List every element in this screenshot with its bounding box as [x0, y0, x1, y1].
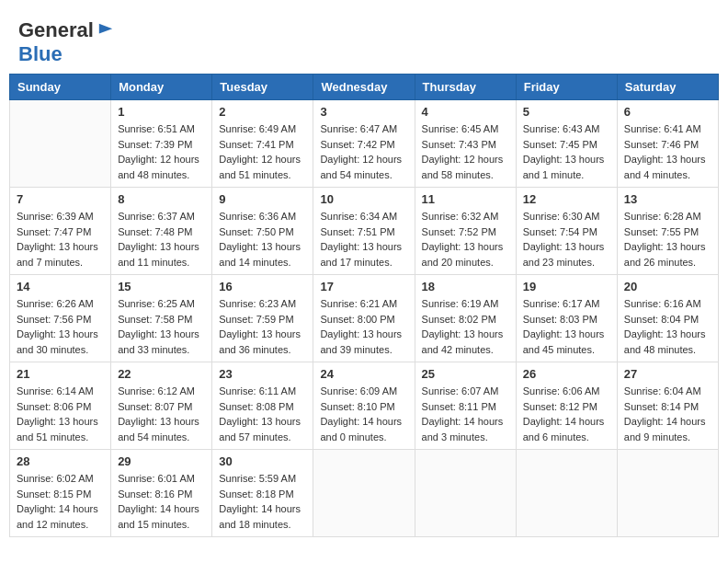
day-number: 21	[17, 367, 104, 381]
day-number: 5	[523, 105, 610, 119]
day-cell: 13Sunrise: 6:28 AMSunset: 7:55 PMDayligh…	[617, 188, 718, 275]
cell-content: Sunrise: 6:39 AMSunset: 7:47 PMDaylight:…	[17, 209, 104, 270]
day-cell: 6Sunrise: 6:41 AMSunset: 7:46 PMDaylight…	[617, 100, 718, 188]
cell-content: Sunrise: 6:21 AMSunset: 8:00 PMDaylight:…	[320, 296, 407, 357]
day-cell: 23Sunrise: 6:11 AMSunset: 8:08 PMDayligh…	[212, 362, 313, 450]
day-cell: 16Sunrise: 6:23 AMSunset: 7:59 PMDayligh…	[212, 275, 313, 362]
header: General Blue	[9, 9, 719, 74]
cell-content: Sunrise: 6:09 AMSunset: 8:10 PMDaylight:…	[320, 384, 407, 444]
day-cell: 7Sunrise: 6:39 AMSunset: 7:47 PMDaylight…	[10, 188, 111, 275]
day-number: 10	[320, 192, 407, 206]
cell-content: Sunrise: 6:25 AMSunset: 7:58 PMDaylight:…	[118, 296, 205, 357]
cell-content: Sunrise: 6:06 AMSunset: 8:12 PMDaylight:…	[523, 384, 610, 444]
day-number: 27	[624, 367, 711, 381]
day-number: 14	[17, 280, 104, 293]
day-number: 25	[422, 367, 509, 381]
cell-content: Sunrise: 6:49 AMSunset: 7:41 PMDaylight:…	[219, 121, 306, 182]
day-cell: 11Sunrise: 6:32 AMSunset: 7:52 PMDayligh…	[415, 188, 516, 275]
day-cell: 14Sunrise: 6:26 AMSunset: 7:56 PMDayligh…	[10, 275, 111, 362]
col-header-friday: Friday	[516, 75, 617, 100]
day-cell: 22Sunrise: 6:12 AMSunset: 8:07 PMDayligh…	[111, 362, 212, 450]
cell-content: Sunrise: 6:51 AMSunset: 7:39 PMDaylight:…	[118, 121, 205, 182]
day-cell: 8Sunrise: 6:37 AMSunset: 7:48 PMDaylight…	[111, 188, 212, 275]
day-number: 18	[422, 280, 509, 293]
cell-content: Sunrise: 6:41 AMSunset: 7:46 PMDaylight:…	[624, 121, 711, 182]
day-cell: 20Sunrise: 6:16 AMSunset: 8:04 PMDayligh…	[617, 275, 718, 362]
cell-content: Sunrise: 6:07 AMSunset: 8:11 PMDaylight:…	[422, 384, 509, 444]
svg-marker-0	[99, 24, 112, 34]
day-cell: 19Sunrise: 6:17 AMSunset: 8:03 PMDayligh…	[516, 275, 617, 362]
col-header-sunday: Sunday	[10, 75, 111, 100]
week-row-2: 7Sunrise: 6:39 AMSunset: 7:47 PMDaylight…	[10, 188, 719, 275]
cell-content: Sunrise: 6:28 AMSunset: 7:55 PMDaylight:…	[624, 209, 711, 270]
cell-content: Sunrise: 6:19 AMSunset: 8:02 PMDaylight:…	[422, 296, 509, 357]
week-row-4: 21Sunrise: 6:14 AMSunset: 8:06 PMDayligh…	[10, 362, 719, 450]
calendar-table: SundayMondayTuesdayWednesdayThursdayFrid…	[9, 74, 719, 537]
day-number: 24	[320, 367, 407, 381]
day-cell: 17Sunrise: 6:21 AMSunset: 8:00 PMDayligh…	[313, 275, 415, 362]
day-cell: 21Sunrise: 6:14 AMSunset: 8:06 PMDayligh…	[10, 362, 111, 450]
day-number: 2	[219, 105, 306, 119]
cell-content: Sunrise: 6:23 AMSunset: 7:59 PMDaylight:…	[219, 296, 306, 357]
day-cell: 9Sunrise: 6:36 AMSunset: 7:50 PMDaylight…	[212, 188, 313, 275]
day-number: 3	[320, 105, 407, 119]
day-number: 13	[624, 192, 711, 206]
day-cell: 2Sunrise: 6:49 AMSunset: 7:41 PMDaylight…	[212, 100, 313, 188]
day-number: 23	[219, 367, 306, 381]
day-number: 7	[17, 192, 104, 206]
day-cell: 24Sunrise: 6:09 AMSunset: 8:10 PMDayligh…	[313, 362, 415, 450]
day-cell: 28Sunrise: 6:02 AMSunset: 8:15 PMDayligh…	[10, 450, 111, 537]
col-header-tuesday: Tuesday	[212, 75, 313, 100]
cell-content: Sunrise: 6:11 AMSunset: 8:08 PMDaylight:…	[219, 384, 306, 444]
col-header-thursday: Thursday	[415, 75, 516, 100]
day-cell: 15Sunrise: 6:25 AMSunset: 7:58 PMDayligh…	[111, 275, 212, 362]
cell-content: Sunrise: 6:34 AMSunset: 7:51 PMDaylight:…	[320, 209, 407, 270]
cell-content: Sunrise: 5:59 AMSunset: 8:18 PMDaylight:…	[219, 471, 306, 532]
cell-content: Sunrise: 6:47 AMSunset: 7:42 PMDaylight:…	[320, 121, 407, 182]
header-row: SundayMondayTuesdayWednesdayThursdayFrid…	[10, 75, 719, 100]
cell-content: Sunrise: 6:02 AMSunset: 8:15 PMDaylight:…	[17, 471, 104, 532]
day-number: 26	[523, 367, 610, 381]
day-cell	[617, 450, 718, 537]
cell-content: Sunrise: 6:32 AMSunset: 7:52 PMDaylight:…	[422, 209, 509, 270]
day-number: 28	[17, 454, 104, 468]
day-cell: 10Sunrise: 6:34 AMSunset: 7:51 PMDayligh…	[313, 188, 415, 275]
day-cell: 5Sunrise: 6:43 AMSunset: 7:45 PMDaylight…	[516, 100, 617, 188]
week-row-3: 14Sunrise: 6:26 AMSunset: 7:56 PMDayligh…	[10, 275, 719, 362]
day-number: 12	[523, 192, 610, 206]
cell-content: Sunrise: 6:01 AMSunset: 8:16 PMDaylight:…	[118, 471, 205, 532]
day-cell: 12Sunrise: 6:30 AMSunset: 7:54 PMDayligh…	[516, 188, 617, 275]
day-number: 6	[624, 105, 711, 119]
day-number: 4	[422, 105, 509, 119]
logo: General Blue	[18, 18, 114, 66]
day-number: 1	[118, 105, 205, 119]
cell-content: Sunrise: 6:26 AMSunset: 7:56 PMDaylight:…	[17, 296, 104, 357]
day-number: 8	[118, 192, 205, 206]
cell-content: Sunrise: 6:16 AMSunset: 8:04 PMDaylight:…	[624, 296, 711, 357]
cell-content: Sunrise: 6:04 AMSunset: 8:14 PMDaylight:…	[624, 384, 711, 444]
day-number: 9	[219, 192, 306, 206]
day-cell	[415, 450, 516, 537]
day-cell: 29Sunrise: 6:01 AMSunset: 8:16 PMDayligh…	[111, 450, 212, 537]
day-number: 16	[219, 280, 306, 293]
cell-content: Sunrise: 6:36 AMSunset: 7:50 PMDaylight:…	[219, 209, 306, 270]
day-cell: 27Sunrise: 6:04 AMSunset: 8:14 PMDayligh…	[617, 362, 718, 450]
day-cell: 4Sunrise: 6:45 AMSunset: 7:43 PMDaylight…	[415, 100, 516, 188]
week-row-1: 1Sunrise: 6:51 AMSunset: 7:39 PMDaylight…	[10, 100, 719, 188]
calendar-header: SundayMondayTuesdayWednesdayThursdayFrid…	[10, 75, 719, 100]
cell-content: Sunrise: 6:17 AMSunset: 8:03 PMDaylight:…	[523, 296, 610, 357]
calendar-body: 1Sunrise: 6:51 AMSunset: 7:39 PMDaylight…	[10, 100, 719, 537]
col-header-wednesday: Wednesday	[313, 75, 415, 100]
day-cell: 26Sunrise: 6:06 AMSunset: 8:12 PMDayligh…	[516, 362, 617, 450]
cell-content: Sunrise: 6:37 AMSunset: 7:48 PMDaylight:…	[118, 209, 205, 270]
day-cell	[10, 100, 111, 188]
cell-content: Sunrise: 6:30 AMSunset: 7:54 PMDaylight:…	[523, 209, 610, 270]
day-cell: 1Sunrise: 6:51 AMSunset: 7:39 PMDaylight…	[111, 100, 212, 188]
day-cell: 18Sunrise: 6:19 AMSunset: 8:02 PMDayligh…	[415, 275, 516, 362]
day-number: 19	[523, 280, 610, 293]
day-number: 15	[118, 280, 205, 293]
col-header-monday: Monday	[111, 75, 212, 100]
day-cell: 3Sunrise: 6:47 AMSunset: 7:42 PMDaylight…	[313, 100, 415, 188]
day-number: 30	[219, 454, 306, 468]
day-number: 29	[118, 454, 205, 468]
